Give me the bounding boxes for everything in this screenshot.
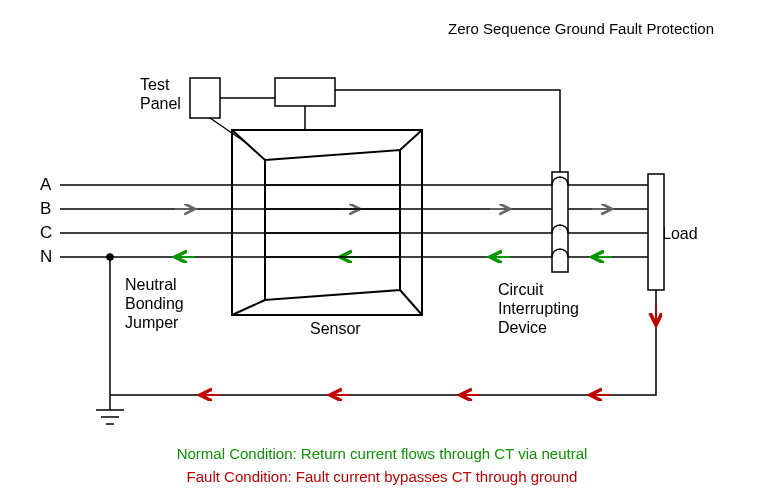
interrupter <box>552 172 568 272</box>
relay-box <box>275 78 335 106</box>
fault-arrows <box>200 305 656 395</box>
neutral-bond <box>96 254 124 424</box>
test-panel-box <box>190 78 220 118</box>
svg-marker-1 <box>265 150 400 300</box>
sensor-ct <box>232 130 422 315</box>
svg-rect-13 <box>552 172 568 272</box>
svg-point-15 <box>107 254 113 260</box>
load-box <box>648 174 664 290</box>
diagram-svg <box>0 0 764 500</box>
